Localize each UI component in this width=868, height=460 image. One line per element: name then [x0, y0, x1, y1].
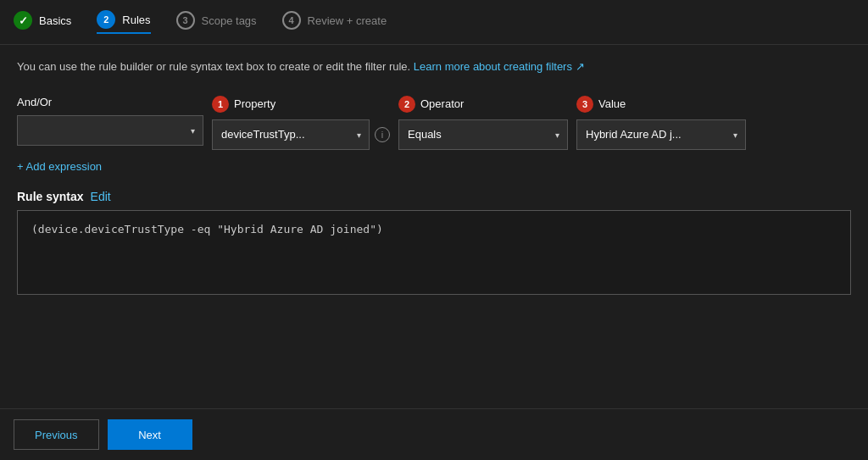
- col-property-label: Property: [234, 97, 275, 110]
- tab-rules[interactable]: 2 Rules: [97, 10, 150, 34]
- add-expression-button[interactable]: + Add expression: [17, 160, 102, 173]
- tab-scope-tags-circle: 3: [176, 11, 195, 30]
- tab-scope-tags[interactable]: 3 Scope tags: [176, 11, 257, 33]
- col-property: 1 Property deviceTrustTyp... ▾ i: [212, 96, 390, 150]
- col-property-number: 1: [212, 96, 229, 113]
- tab-bar: ✓ Basics 2 Rules 3 Scope tags 4 Review +…: [0, 0, 868, 45]
- col-and-or: And/Or And Or ▾: [17, 96, 203, 146]
- col-operator-header: 2 Operator: [398, 96, 568, 113]
- learn-more-link[interactable]: Learn more about creating filters ↗: [414, 60, 585, 73]
- rule-syntax-textarea[interactable]: [17, 210, 851, 295]
- rule-syntax-header: Rule syntax Edit: [17, 190, 851, 203]
- rule-builder: And/Or And Or ▾: [17, 96, 851, 173]
- tab-rules-circle: 2: [97, 10, 115, 29]
- operator-select[interactable]: Equals Not Equals: [398, 119, 568, 150]
- next-button[interactable]: Next: [108, 419, 192, 450]
- bottom-nav: Previous Next: [0, 408, 868, 460]
- col-value: 3 Value Hybrid Azure AD j... ▾: [576, 96, 746, 150]
- col-operator-number: 2: [398, 96, 415, 113]
- tab-review-create-label: Review + create: [308, 14, 387, 27]
- tab-review-create-circle: 4: [282, 11, 301, 30]
- col-and-or-header: And/Or: [17, 96, 203, 108]
- value-select[interactable]: Hybrid Azure AD j...: [576, 119, 746, 150]
- property-info-icon[interactable]: i: [375, 127, 390, 142]
- tab-scope-tags-label: Scope tags: [202, 14, 257, 27]
- col-value-label: Value: [598, 97, 626, 110]
- tab-review-create[interactable]: 4 Review + create: [282, 11, 387, 33]
- wizard-container: ✓ Basics 2 Rules 3 Scope tags 4 Review +…: [0, 0, 868, 460]
- content-wrapper: You can use the rule builder or rule syn…: [0, 45, 868, 408]
- col-value-number: 3: [576, 96, 593, 113]
- col-and-or-label: And/Or: [17, 96, 52, 108]
- rule-syntax-label: Rule syntax: [17, 190, 84, 203]
- property-select-wrapper: deviceTrustTyp... ▾: [212, 119, 370, 150]
- main-content: You can use the rule builder or rule syn…: [0, 45, 868, 311]
- rule-syntax-section: Rule syntax Edit: [17, 190, 851, 297]
- property-row: deviceTrustTyp... ▾ i: [212, 119, 390, 150]
- operator-select-wrapper: Equals Not Equals ▾: [398, 119, 568, 150]
- and-or-select[interactable]: And Or: [17, 115, 203, 146]
- col-operator-label: Operator: [420, 97, 464, 110]
- rule-columns: And/Or And Or ▾: [17, 96, 851, 150]
- col-operator: 2 Operator Equals Not Equals ▾: [398, 96, 568, 150]
- and-or-select-wrapper: And Or ▾: [17, 115, 203, 146]
- previous-button[interactable]: Previous: [14, 419, 99, 450]
- tab-basics[interactable]: ✓ Basics: [14, 11, 71, 33]
- tab-basics-circle: ✓: [14, 11, 32, 30]
- tab-basics-label: Basics: [39, 14, 71, 27]
- tab-rules-label: Rules: [122, 14, 150, 26]
- rule-syntax-edit-link[interactable]: Edit: [91, 190, 111, 203]
- col-value-header: 3 Value: [576, 96, 746, 113]
- info-text: You can use the rule builder or rule syn…: [17, 58, 851, 75]
- value-select-wrapper: Hybrid Azure AD j... ▾: [576, 119, 746, 150]
- property-select[interactable]: deviceTrustTyp...: [212, 119, 370, 150]
- col-property-header: 1 Property: [212, 96, 390, 113]
